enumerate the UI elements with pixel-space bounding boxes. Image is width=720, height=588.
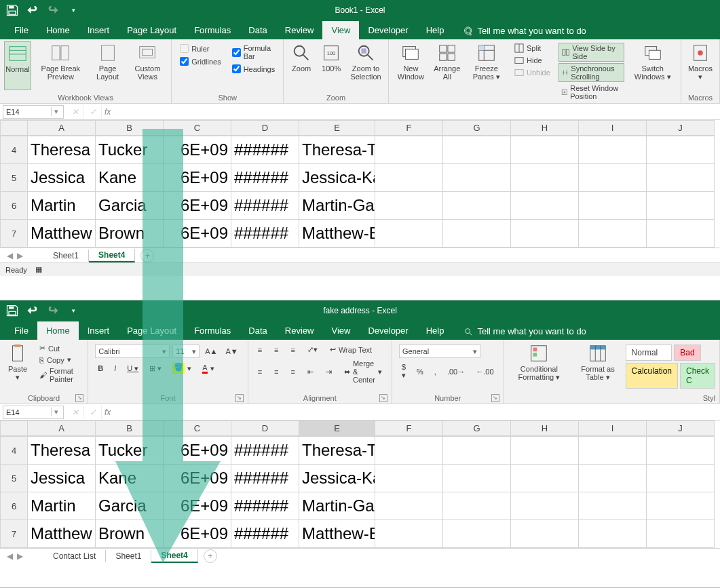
cell[interactable]: [647, 136, 715, 164]
cell[interactable]: ######: [231, 520, 299, 548]
tab-developer[interactable]: Developer: [359, 321, 417, 340]
cell[interactable]: [647, 437, 715, 465]
redo-icon[interactable]: [46, 3, 60, 17]
decrease-font-icon[interactable]: A▼: [223, 345, 240, 358]
save-icon[interactable]: [5, 3, 19, 17]
row-header[interactable]: 4: [1, 437, 28, 465]
tab-help[interactable]: Help: [417, 321, 453, 340]
save-icon[interactable]: [5, 304, 19, 317]
cell[interactable]: Tucker: [96, 136, 164, 164]
column-header[interactable]: F: [375, 121, 443, 136]
cell-style-normal[interactable]: Normal: [626, 345, 672, 361]
split-button[interactable]: Split: [512, 43, 553, 54]
formula-enter-icon[interactable]: ✓: [84, 105, 102, 119]
cell[interactable]: [579, 465, 647, 492]
custom-views-button[interactable]: Custom Views: [128, 41, 168, 90]
new-sheet-button[interactable]: +: [204, 549, 217, 563]
cell[interactable]: [443, 136, 511, 164]
undo-icon[interactable]: [26, 3, 39, 17]
cell[interactable]: 6E+09: [164, 192, 231, 220]
align-right-icon[interactable]: ≡: [288, 359, 298, 385]
paste-button[interactable]: Paste▾: [4, 342, 31, 391]
cell[interactable]: Jessica: [28, 164, 96, 192]
sheet-tab[interactable]: Contact List: [43, 550, 106, 562]
cell[interactable]: ######: [231, 220, 299, 248]
normal-view-button[interactable]: Normal: [4, 41, 31, 90]
row-header[interactable]: 7: [1, 220, 28, 248]
tab-home[interactable]: Home: [37, 321, 79, 340]
cell[interactable]: Theresa: [28, 437, 96, 465]
column-header[interactable]: A: [28, 121, 96, 136]
dialog-launcher-icon[interactable]: ↘: [491, 394, 499, 402]
cell[interactable]: ######: [231, 136, 299, 164]
cell[interactable]: Martin: [28, 492, 96, 520]
align-left-icon[interactable]: ≡: [255, 359, 265, 385]
align-bottom-icon[interactable]: ≡: [288, 345, 298, 355]
fx-icon[interactable]: fx: [102, 408, 113, 417]
column-header[interactable]: B: [96, 421, 164, 436]
cell-style-calculation[interactable]: Calculation: [626, 363, 678, 389]
cell[interactable]: [579, 164, 647, 192]
cell[interactable]: [375, 164, 443, 192]
increase-font-icon[interactable]: A▲: [202, 345, 220, 358]
cell[interactable]: [443, 437, 511, 465]
column-header[interactable]: G: [443, 421, 511, 436]
cell[interactable]: [511, 136, 579, 164]
headings-checkbox[interactable]: Headings: [232, 64, 275, 73]
zoom-selection-button[interactable]: Zoom to Selection: [347, 41, 384, 90]
font-name-dropdown[interactable]: Calibri▾: [95, 345, 170, 358]
wrap-text-button[interactable]: ↩ Wrap Text: [327, 345, 375, 355]
column-header[interactable]: I: [579, 421, 647, 436]
cell[interactable]: [443, 220, 511, 248]
sheet-nav-prev-icon[interactable]: ◀: [7, 251, 13, 260]
formula-cancel-icon[interactable]: ✕: [67, 406, 84, 419]
font-size-dropdown[interactable]: 11▾: [172, 345, 200, 358]
redo-icon[interactable]: [46, 304, 60, 317]
cell[interactable]: [511, 465, 579, 492]
copy-button[interactable]: ⎘Copy ▾: [37, 355, 82, 365]
orientation-icon[interactable]: ⤢▾: [305, 345, 320, 355]
column-header[interactable]: F: [375, 421, 443, 436]
row-header[interactable]: 5: [1, 465, 28, 492]
align-center-icon[interactable]: ≡: [271, 359, 281, 385]
increase-decimal-icon[interactable]: .00→: [444, 362, 468, 380]
cell[interactable]: Jessica-Kane-20/04/2022: [299, 465, 375, 492]
cell[interactable]: [647, 220, 715, 248]
column-header[interactable]: H: [511, 421, 579, 436]
formula-enter-icon[interactable]: ✓: [84, 406, 102, 419]
new-window-button[interactable]: New Window: [393, 41, 429, 90]
cell[interactable]: ######: [231, 437, 299, 465]
view-side-by-side-button[interactable]: View Side by Side: [558, 43, 625, 62]
name-box[interactable]: E14▾: [3, 406, 64, 419]
cell-style-check[interactable]: Check C: [680, 363, 715, 389]
cell[interactable]: Matthew: [28, 220, 96, 248]
cell[interactable]: 6E+09: [164, 492, 231, 520]
font-color-button[interactable]: A▾: [200, 362, 216, 374]
sheet-nav-next-icon[interactable]: ▶: [17, 551, 23, 561]
qat-customize-icon[interactable]: ▾: [67, 304, 80, 317]
formula-bar-checkbox[interactable]: Formula Bar: [232, 44, 275, 60]
row-header[interactable]: 4: [1, 136, 28, 164]
cell[interactable]: Tucker: [96, 437, 164, 465]
cell[interactable]: [511, 492, 579, 520]
cell[interactable]: Theresa-Tucker-20/03/2022: [299, 136, 375, 164]
column-header[interactable]: C: [164, 121, 231, 136]
row-header[interactable]: 5: [1, 164, 28, 192]
format-as-table-button[interactable]: Format as Table ▾: [574, 342, 621, 391]
row-header[interactable]: 6: [1, 492, 28, 520]
cell[interactable]: [579, 492, 647, 520]
tell-me-search[interactable]: Tell me what you want to do: [458, 323, 591, 340]
cell[interactable]: [511, 164, 579, 192]
cell[interactable]: Garcia: [96, 492, 164, 520]
cell[interactable]: ######: [231, 192, 299, 220]
cell[interactable]: 6E+09: [164, 220, 231, 248]
cell[interactable]: 6E+09: [164, 520, 231, 548]
fill-color-button[interactable]: 🪣▾: [170, 362, 194, 374]
cell[interactable]: 6E+09: [164, 136, 231, 164]
formula-input[interactable]: [113, 105, 720, 119]
comma-format-icon[interactable]: ,: [432, 362, 439, 380]
tab-review[interactable]: Review: [276, 321, 323, 340]
arrange-all-button[interactable]: Arrange All: [432, 41, 463, 90]
cell[interactable]: Garcia: [96, 192, 164, 220]
cell[interactable]: Matthew-Brown-20/06/2022: [299, 520, 375, 548]
